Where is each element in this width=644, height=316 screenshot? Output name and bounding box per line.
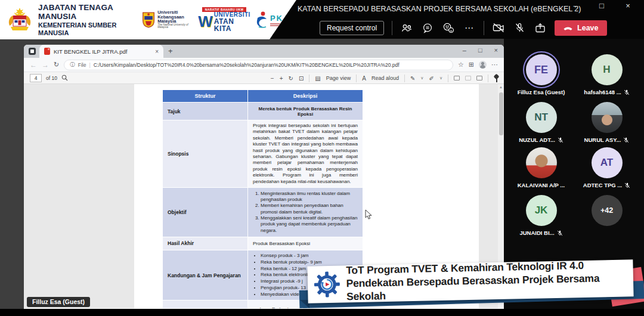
reactions-icon[interactable] (442, 22, 455, 34)
rotate-icon[interactable]: ↻ (288, 75, 293, 82)
search-icon[interactable] (61, 75, 68, 81)
back-icon[interactable]: ← (30, 61, 37, 69)
scroll-up-arrow[interactable]: ▲ (499, 85, 503, 89)
page-view-icon[interactable]: ▤ (315, 75, 320, 82)
table-row-objektif: Objektif Menginterasikan ilmu rentas klu… (163, 187, 363, 237)
read-aloud-icon[interactable]: A (362, 75, 366, 82)
camera-off-icon[interactable] (492, 22, 505, 34)
avatar-photo[interactable] (592, 102, 623, 133)
page-info-icon[interactable]: ⓘ (70, 61, 75, 69)
browser-maximize-button[interactable]: □ (478, 47, 482, 54)
leave-button[interactable]: Leave (555, 20, 606, 36)
url-separator: | (89, 62, 90, 68)
request-control-button[interactable]: Request control (320, 21, 384, 35)
department-line2: KEMENTERIAN SUMBER MANUSIA (38, 21, 137, 36)
zoom-out-icon[interactable]: − (271, 75, 274, 82)
forward-icon[interactable]: → (42, 61, 49, 69)
bottom-black-bar (0, 309, 644, 316)
pin-toolbar-icon[interactable] (494, 75, 499, 82)
share-screen-icon[interactable] (534, 22, 547, 34)
participant-tile[interactable]: KALAIVANI A/P ... (518, 147, 565, 188)
new-tab-button[interactable]: + (168, 47, 173, 55)
toolbar-divider (488, 75, 488, 82)
refresh-icon[interactable]: ↻ (54, 61, 59, 69)
url-text: C:/Users/Kimpalan/Desktop/TOT%20IR4.0%20… (94, 62, 400, 68)
save-icon[interactable] (465, 76, 471, 80)
url-field[interactable]: ⓘ File | C:/Users/Kimpalan/Desktop/TOT%2… (64, 60, 453, 70)
toolbar-divider (356, 75, 357, 82)
browser-window-controls: – □ × (463, 47, 498, 54)
avatar[interactable]: AT (592, 147, 623, 178)
chat-icon[interactable] (421, 22, 434, 34)
browser-more-icon[interactable]: ⋯ (491, 61, 498, 69)
page-number-input[interactable]: 4 (30, 74, 42, 82)
participant-name: NUZUL ADT... (519, 137, 555, 143)
table-header-row: Struktur Deskripsi (163, 90, 363, 103)
browser-tab[interactable]: KIT BENGKEL ILP JITRA.pdf × (39, 45, 163, 58)
participant-name: ADTEC TPG ... (583, 182, 622, 188)
read-aloud-label[interactable]: Read aloud (371, 75, 399, 81)
close-button[interactable]: × (623, 1, 633, 10)
print-icon[interactable] (454, 76, 460, 80)
avatar[interactable]: FE (526, 54, 557, 85)
universiti-watan-kita-logo: NARATIF BAHARU UKM W UNIVERSITI ATAN KIT… (198, 7, 250, 32)
event-banner: ToT Program TVET & Kemahiran Teknologi I… (307, 259, 633, 303)
watan-line2: ATAN KITA (214, 18, 250, 32)
check-icon: ✓ (258, 306, 264, 308)
draw-icon[interactable]: ✎ (410, 75, 415, 82)
highlight-caret-icon[interactable]: ∨ (439, 76, 442, 80)
avatar[interactable]: H (592, 54, 623, 85)
zoom-in-icon[interactable]: + (280, 75, 283, 82)
participant-tile[interactable]: NURUL ASY... (584, 102, 630, 143)
participant-tile[interactable]: JK JUNAIDI BI... (518, 195, 565, 236)
toolbar-divider (404, 75, 405, 82)
department-line1: JABATAN TENAGA MANUSIA (38, 3, 137, 21)
participant-tile[interactable]: NT NUZUL ADT... (518, 102, 565, 143)
ukm-logo: Universiti Kebangsaan Malaysia The Natio… (142, 10, 193, 29)
meeting-title: KATAN BERSEPADU BERASASKAN PROJEK BERSAM… (298, 5, 581, 13)
pdf-file-icon (44, 48, 50, 55)
header-struktur: Struktur (163, 90, 248, 103)
mic-off-icon[interactable] (513, 22, 526, 34)
avatar-photo[interactable] (526, 147, 557, 178)
more-options-icon[interactable]: ⋯ (463, 22, 476, 34)
fit-to-page-icon[interactable]: ⊡ (299, 75, 304, 82)
highlight-icon[interactable]: ✐ (429, 75, 434, 82)
hangup-phone-icon (563, 25, 573, 31)
maximize-button[interactable]: □ (596, 1, 607, 10)
participants-icon[interactable] (400, 22, 413, 34)
participant-tile[interactable]: H hafsah6148 ... (584, 54, 630, 95)
participant-name: hafsah6148 ... (584, 89, 621, 95)
avatar[interactable]: NT (526, 102, 557, 133)
save-as-icon[interactable] (476, 76, 482, 80)
organisation-banner: JABATAN TENAGA MANUSIA KEMENTERIAN SUMBE… (0, 0, 296, 39)
tab-actions-icon[interactable] (29, 48, 36, 55)
muted-mic-icon (558, 137, 564, 143)
url-scheme: File (78, 62, 86, 68)
page-view-label[interactable]: Page view (326, 75, 351, 81)
participant-tile-overflow[interactable]: +42 (584, 195, 630, 236)
participant-name: NURUL ASY... (584, 137, 621, 143)
teams-meeting-window: KATAN BERSEPADU BERASASKAN PROJEK BERSAM… (0, 0, 644, 316)
participant-tile[interactable]: FE Filluz Esa (Guest) (518, 54, 565, 95)
tab-close-icon[interactable]: × (155, 48, 159, 55)
overflow-count-avatar[interactable]: +42 (592, 195, 623, 226)
table-row-tajuk: Tajuk Mereka bentuk Produk Berasaskan Re… (163, 103, 363, 120)
browser-addressbar: ← → ↻ ⓘ File | C:/Users/Kimpalan/Desktop… (24, 58, 504, 72)
favorites-star-icon[interactable]: ☆ (458, 61, 464, 69)
profile-avatar-icon[interactable] (479, 61, 487, 69)
toolbar-divider (309, 75, 309, 82)
objektif-list: Menginterasikan ilmu rentas kluster dala… (253, 191, 358, 234)
collections-icon[interactable]: ⊞ (469, 61, 474, 69)
browser-tabbar: KIT BENGKEL ILP JITRA.pdf × + – □ × (24, 45, 504, 58)
department-name: JABATAN TENAGA MANUSIA KEMENTERIAN SUMBE… (38, 3, 137, 36)
browser-minimize-button[interactable]: – (463, 47, 466, 54)
draw-caret-icon[interactable]: ∨ (420, 76, 423, 80)
browser-close-button[interactable]: × (494, 47, 498, 54)
minimize-button[interactable]: – (570, 1, 581, 10)
gear-logo-icon (314, 271, 341, 299)
participant-tile[interactable]: AT ADTEC TPG ... (584, 147, 630, 188)
scrollbar-thumb[interactable] (499, 92, 503, 135)
pdf-toolbar: 4 of 10 − + ↻ ⊡ ▤ Page view A Read aloud (24, 72, 504, 84)
avatar[interactable]: JK (526, 195, 557, 226)
